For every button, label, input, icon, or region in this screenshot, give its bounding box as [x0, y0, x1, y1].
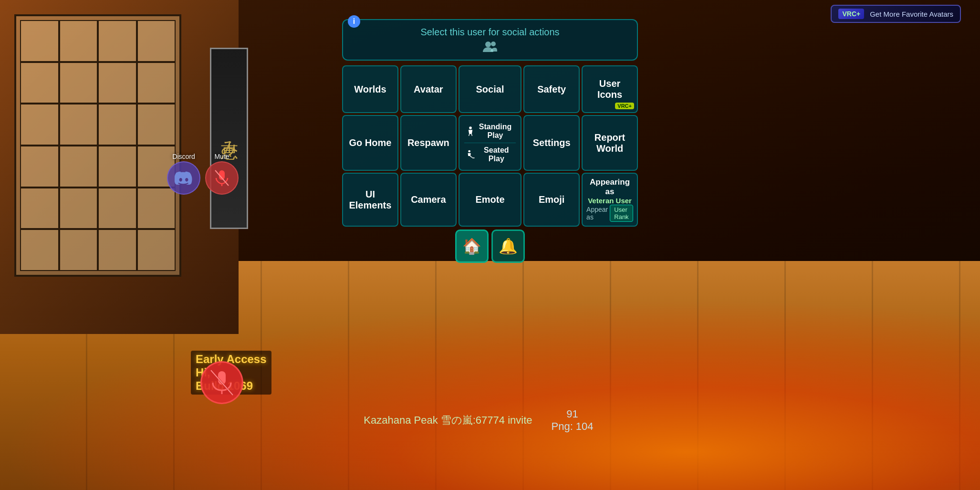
worlds-label: Worlds — [354, 84, 386, 95]
shoji-cell — [20, 229, 59, 271]
svg-line-6 — [469, 134, 469, 136]
world-info-bar: Kazahana Peak 雪の嵐:67774 invite 91 Png: 1… — [364, 408, 593, 433]
quick-actions-row: Discord Mute — [167, 153, 239, 195]
svg-point-3 — [485, 42, 491, 47]
menu-standing-seated-button[interactable]: Standing Play Seated Play — [459, 115, 521, 171]
menu-respawn-button[interactable]: Respawn — [400, 115, 457, 171]
bell-icon: 🔔 — [499, 237, 518, 255]
svg-point-8 — [468, 150, 470, 153]
menu-avatar-button[interactable]: Avatar — [400, 65, 457, 113]
shoji-cell — [59, 229, 98, 271]
menu-settings-button[interactable]: Settings — [523, 115, 580, 171]
respawn-label: Respawn — [407, 137, 449, 148]
home-icon: 🏠 — [462, 237, 481, 255]
shoji-cell — [137, 20, 176, 62]
menu-emote-button[interactable]: Emote — [459, 173, 521, 227]
bottom-nav: 🏠 🔔 — [342, 229, 638, 263]
vrc-plus-badge-icon: VRC+ — [615, 103, 634, 109]
appearing-rank: Veteran User — [588, 197, 632, 205]
menu-safety-button[interactable]: Safety — [523, 65, 580, 113]
main-ui-overlay: i Select this user for social actions Wo… — [342, 19, 638, 263]
world-name: Kazahana Peak 雪の嵐:67774 invite — [364, 413, 532, 427]
camera-label: Camera — [411, 194, 446, 205]
menu-ui-elements-button[interactable]: UI Elements — [342, 173, 398, 227]
menu-user-icons-button[interactable]: User Icons VRC+ — [582, 65, 638, 113]
vrchat-plus-cta: Get More Favorite Avatars — [870, 10, 953, 18]
report-world-label: Report World — [587, 132, 632, 154]
discord-label: Discord — [172, 153, 195, 160]
mute-label: Mute — [214, 153, 229, 160]
ping-display: 91 Png: 104 — [552, 408, 594, 433]
mute-button[interactable] — [205, 161, 239, 195]
appear-as-row: Appear as User Rank — [586, 205, 633, 222]
shoji-screen — [14, 14, 181, 277]
menu-worlds-button[interactable]: Worlds — [342, 65, 398, 113]
shoji-cell — [137, 104, 176, 146]
floor-mute-indicator — [200, 361, 243, 404]
shoji-cell — [98, 146, 137, 188]
svg-point-4 — [491, 42, 496, 46]
shoji-cell — [20, 188, 59, 229]
shoji-cell — [98, 104, 137, 146]
shoji-cell — [137, 62, 176, 104]
emote-label: Emote — [475, 194, 504, 205]
shoji-cell — [59, 188, 98, 229]
user-icons-label: User Icons — [587, 78, 632, 100]
svg-line-7 — [471, 134, 472, 136]
shoji-cell — [98, 20, 137, 62]
shoji-cell — [20, 146, 59, 188]
shoji-cell — [59, 104, 98, 146]
vrc-plus-badge: VRC+ — [838, 9, 864, 19]
menu-emoji-button[interactable]: Emoji — [523, 173, 580, 227]
user-rank-pill: User Rank — [610, 205, 633, 222]
png-value: Png: 104 — [552, 420, 594, 433]
shoji-cell — [20, 62, 59, 104]
menu-social-button[interactable]: Social — [459, 65, 521, 113]
menu-camera-button[interactable]: Camera — [400, 173, 457, 227]
settings-label: Settings — [533, 137, 571, 148]
seated-play-label: Seated Play — [480, 146, 513, 163]
menu-appearing-as-button[interactable]: Appearing as Veteran User Appear as User… — [582, 173, 638, 227]
shoji-cell — [59, 20, 98, 62]
shoji-cell — [98, 229, 137, 271]
ping-value: 91 — [552, 408, 594, 420]
appearing-as-title: Appearing as — [586, 177, 633, 197]
shoji-cell — [20, 20, 59, 62]
user-icons-row — [354, 41, 626, 53]
menu-grid: Worlds Avatar Social Safety User Icons V… — [342, 65, 638, 227]
appear-as-label: Appear as — [586, 206, 608, 221]
info-icon: i — [348, 15, 360, 28]
standing-play-label: Standing Play — [478, 123, 513, 140]
shoji-cell — [137, 229, 176, 271]
discord-button[interactable] — [167, 161, 200, 195]
safety-label: Safety — [537, 84, 566, 95]
social-label: Social — [476, 84, 504, 95]
standing-play-half[interactable]: Standing Play — [464, 120, 516, 143]
shoji-cell — [59, 146, 98, 188]
emoji-label: Emoji — [539, 194, 564, 205]
calligraphy-scroll: 恵み — [210, 48, 248, 229]
vrchat-plus-banner[interactable]: VRC+ Get More Favorite Avatars — [831, 5, 961, 23]
go-home-label: Go Home — [349, 137, 391, 148]
avatar-label: Avatar — [414, 84, 443, 95]
shoji-cell — [59, 62, 98, 104]
home-button[interactable]: 🏠 — [455, 229, 489, 263]
select-user-bar[interactable]: i Select this user for social actions — [342, 19, 638, 61]
seated-play-half[interactable]: Seated Play — [464, 143, 516, 166]
shoji-cell — [20, 104, 59, 146]
ui-elements-label: UI Elements — [348, 189, 393, 211]
shoji-cell — [98, 188, 137, 229]
menu-report-world-button[interactable]: Report World — [582, 115, 638, 171]
select-user-text: Select this user for social actions — [420, 27, 559, 37]
notification-button[interactable]: 🔔 — [491, 229, 525, 263]
quick-actions: Discord Mute — [167, 153, 239, 195]
menu-go-home-button[interactable]: Go Home — [342, 115, 398, 171]
svg-point-5 — [469, 126, 472, 129]
shoji-cell — [98, 62, 137, 104]
